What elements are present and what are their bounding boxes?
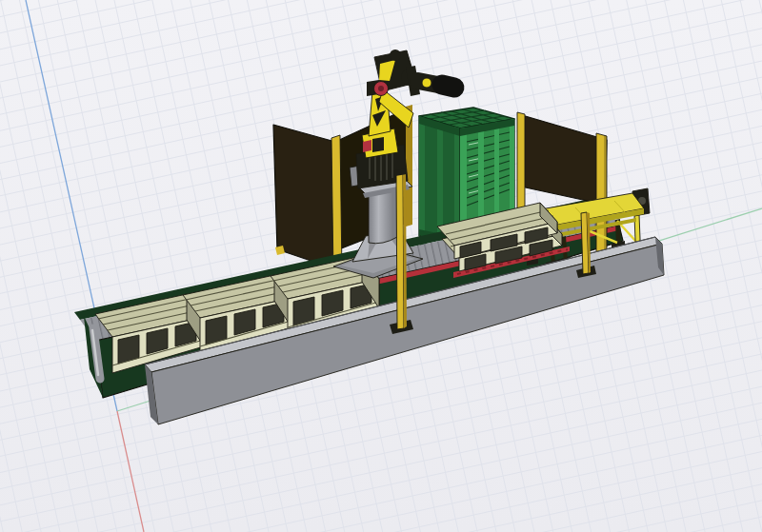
- robot-wrist-knob: [390, 49, 401, 61]
- rack-front-bar: [510, 119, 514, 224]
- wrist-motor-hub: [378, 86, 384, 91]
- robot-motor-black: [372, 137, 384, 152]
- tool-cap: [422, 78, 431, 88]
- light-curtain-post[interactable]: [396, 172, 404, 329]
- gripper-tool-tip: [442, 85, 454, 88]
- robot-motor-red: [363, 140, 371, 152]
- scene-canvas[interactable]: [0, 0, 762, 532]
- rack-side-bar: [419, 116, 425, 238]
- 3d-viewport[interactable]: [0, 0, 762, 532]
- rack-side-bar: [437, 122, 443, 240]
